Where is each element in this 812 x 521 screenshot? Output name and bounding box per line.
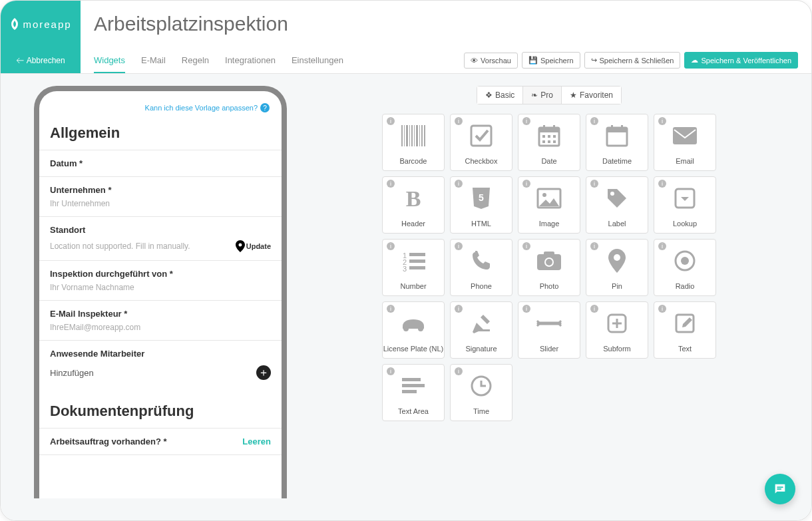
- svg-rect-37: [409, 266, 425, 269]
- info-icon[interactable]: i: [522, 180, 530, 188]
- field-email[interactable]: E-Mail Inspekteur * IhreEMail@moreapp.co…: [39, 300, 282, 340]
- svg-rect-8: [421, 125, 423, 146]
- svg-rect-7: [419, 125, 420, 146]
- svg-rect-4: [411, 125, 413, 146]
- tab-integrations[interactable]: Integrationen: [225, 55, 276, 73]
- widget-html[interactable]: i5HTML: [450, 176, 512, 234]
- preview-button[interactable]: 👁Vorschau: [464, 53, 518, 69]
- tab-settings[interactable]: Einstellungen: [292, 55, 343, 73]
- info-icon[interactable]: i: [455, 180, 463, 188]
- info-icon[interactable]: i: [455, 117, 463, 125]
- svg-rect-20: [553, 140, 556, 143]
- info-icon[interactable]: i: [658, 180, 666, 188]
- info-icon[interactable]: i: [590, 242, 598, 250]
- cube-icon: ❖: [485, 90, 493, 100]
- leaf-icon: [9, 18, 20, 30]
- svg-rect-35: [409, 253, 425, 256]
- widget-license-plate-nl-[interactable]: iLicense Plate (NL): [382, 301, 445, 359]
- svg-rect-5: [414, 125, 415, 146]
- widget-date[interactable]: iDate: [518, 114, 580, 171]
- info-icon[interactable]: i: [387, 367, 395, 375]
- info-icon[interactable]: i: [658, 242, 666, 250]
- image-icon: [536, 177, 562, 220]
- widget-slider[interactable]: iSlider: [518, 301, 580, 359]
- text-icon: [674, 302, 696, 345]
- field-standort[interactable]: Standort Location not supported. Fill in…: [39, 216, 282, 260]
- info-icon[interactable]: i: [387, 242, 395, 250]
- arrow-left-icon: 🡠: [16, 56, 26, 65]
- add-text: Hinzufügen: [50, 368, 94, 378]
- svg-point-46: [418, 326, 423, 331]
- info-icon[interactable]: i: [522, 117, 530, 125]
- widget-barcode[interactable]: iBarcode: [382, 114, 445, 171]
- widget-email[interactable]: iEmail: [654, 114, 716, 171]
- save-close-button[interactable]: ↪Speichern & Schließen: [584, 52, 681, 69]
- info-icon[interactable]: i: [455, 305, 463, 313]
- widget-signature[interactable]: iSignature: [450, 301, 512, 359]
- info-icon[interactable]: i: [387, 117, 395, 125]
- star-icon: ★: [570, 90, 577, 100]
- widget-label[interactable]: iLabel: [586, 176, 648, 234]
- widget-subform[interactable]: iSubform: [586, 301, 648, 359]
- chat-fab[interactable]: [765, 474, 795, 504]
- info-icon[interactable]: i: [522, 242, 530, 250]
- svg-rect-1: [404, 125, 405, 146]
- svg-point-41: [546, 259, 552, 265]
- tab-rules[interactable]: Regeln: [182, 55, 209, 73]
- info-icon[interactable]: i: [590, 305, 598, 313]
- field-mitarbeiter[interactable]: Anwesende Mitarbeiter Hinzufügen ＋: [39, 340, 282, 391]
- info-icon[interactable]: i: [658, 305, 666, 313]
- tab-email[interactable]: E-Mail: [141, 55, 166, 73]
- widget-tab-basic[interactable]: ❖Basic: [477, 86, 523, 104]
- svg-rect-14: [553, 125, 555, 130]
- cancel-button[interactable]: 🡠 Abbrechen: [1, 47, 81, 73]
- widget-pin[interactable]: iPin: [586, 239, 648, 296]
- widget-checkbox[interactable]: iCheckbox: [450, 114, 512, 171]
- svg-rect-25: [673, 127, 697, 144]
- widget-datetime[interactable]: iDatetime: [586, 114, 648, 171]
- widget-tab-favorites[interactable]: ★Favoriten: [562, 86, 622, 104]
- info-icon[interactable]: i: [590, 117, 598, 125]
- widget-tab-pro[interactable]: ❧Pro: [523, 86, 562, 104]
- info-icon[interactable]: i: [455, 242, 463, 250]
- save-button[interactable]: 💾Speichern: [522, 52, 580, 69]
- svg-rect-17: [553, 135, 556, 138]
- widget-text-area[interactable]: iText Area: [382, 364, 445, 421]
- info-icon[interactable]: i: [387, 305, 395, 313]
- clear-link[interactable]: Leeren: [242, 436, 271, 446]
- device-preview: Kann ich diese Vorlage anpassen?? Allgem…: [34, 86, 287, 498]
- field-datum[interactable]: Datum *: [39, 150, 282, 176]
- save-publish-button[interactable]: ☁Speichern & Veröffentlichen: [684, 52, 798, 69]
- widget-phone[interactable]: iPhone: [450, 239, 512, 296]
- widget-radio[interactable]: iRadio: [654, 239, 716, 296]
- info-icon[interactable]: i: [590, 180, 598, 188]
- widget-image[interactable]: iImage: [518, 176, 580, 234]
- field-arbeitsauftrag[interactable]: Leeren Arbeitsauftrag vorhanden? *: [39, 428, 282, 455]
- field-inspektor[interactable]: Inspektion durchgeführt von * Ihr Vornam…: [39, 260, 282, 300]
- widget-time[interactable]: iTime: [450, 364, 512, 421]
- widget-lookup[interactable]: iLookup: [654, 176, 716, 234]
- svg-rect-10: [471, 126, 491, 146]
- svg-rect-24: [621, 125, 623, 130]
- svg-point-29: [542, 193, 546, 197]
- svg-rect-22: [607, 128, 627, 132]
- info-icon[interactable]: i: [387, 180, 395, 188]
- location-update[interactable]: Update: [236, 240, 271, 252]
- add-button[interactable]: ＋: [256, 365, 271, 380]
- field-unternehmen[interactable]: Unternehmen * Ihr Unternehmen: [39, 176, 282, 216]
- widget-photo[interactable]: iPhoto: [518, 239, 580, 296]
- help-link[interactable]: Kann ich diese Vorlage anpassen??: [39, 99, 282, 119]
- exit-icon: ↪: [591, 56, 597, 65]
- info-icon[interactable]: i: [455, 367, 463, 375]
- date-icon: [537, 114, 561, 157]
- svg-rect-54: [777, 486, 783, 488]
- html-icon: 5: [471, 177, 492, 220]
- pin-icon: [608, 240, 626, 282]
- info-icon[interactable]: i: [522, 305, 530, 313]
- widget-text[interactable]: iText: [654, 301, 716, 359]
- tab-widgets[interactable]: Widgets: [94, 55, 125, 73]
- widget-number[interactable]: i123Number: [382, 239, 445, 296]
- widget-header[interactable]: iBHeader: [382, 176, 445, 234]
- info-icon[interactable]: i: [658, 117, 666, 125]
- leaf-icon: ❧: [531, 90, 538, 100]
